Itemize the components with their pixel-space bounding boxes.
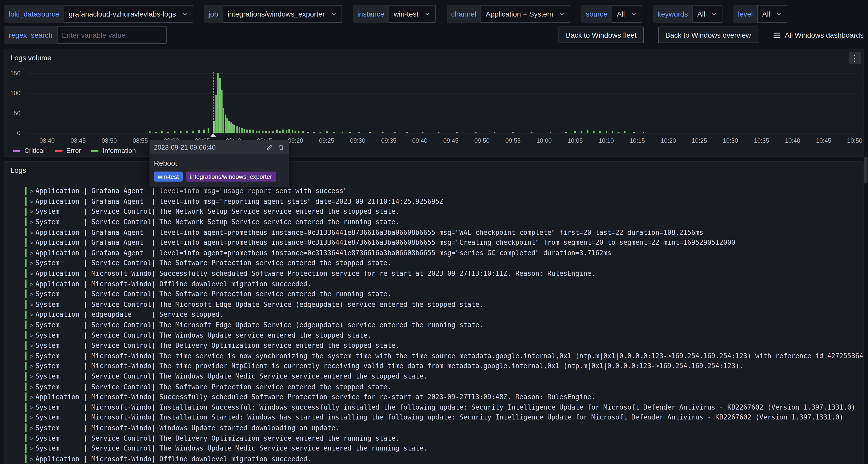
log-volume-bar <box>494 132 495 133</box>
grid-line <box>27 133 858 133</box>
expand-caret-icon[interactable]: > <box>28 363 35 369</box>
expand-caret-icon[interactable]: > <box>28 280 35 287</box>
variable-channel: channelApplication + System <box>447 5 570 23</box>
delete-trash-icon[interactable] <box>278 144 284 151</box>
log-row[interactable]: >System | Microsoft-Windo| Windows Updat… <box>5 423 863 433</box>
variable-dropdown-job[interactable]: integrations/windows_exporter <box>223 5 342 23</box>
variable-dropdown-channel[interactable]: Application + System <box>481 5 570 23</box>
expand-caret-icon[interactable]: > <box>28 291 35 298</box>
variable-dropdown-keywords[interactable]: All <box>692 5 722 23</box>
log-rows: >Application | Grafana Agent | level=inf… <box>5 186 863 464</box>
expand-caret-icon[interactable]: > <box>28 229 35 236</box>
log-volume-bar <box>273 131 274 133</box>
variable-value: All <box>617 10 625 18</box>
log-row[interactable]: >System | Service Control| The Windows U… <box>5 371 863 381</box>
log-row[interactable]: >Application | Microsoft-Windo| Successf… <box>5 392 863 402</box>
log-level-bar <box>25 320 27 329</box>
log-volume-bar <box>208 128 210 133</box>
page-scrollbar-thumb[interactable] <box>864 157 867 183</box>
log-row[interactable]: >System | Service Control| The Windows U… <box>5 330 863 340</box>
log-volume-bar <box>149 131 151 133</box>
expand-caret-icon[interactable]: > <box>28 260 35 267</box>
log-row[interactable]: >Application | Grafana Agent | level=inf… <box>5 196 863 207</box>
log-message: System | Service Control| The Delivery O… <box>35 342 399 349</box>
expand-caret-icon[interactable]: > <box>28 219 35 225</box>
log-volume-bar <box>262 131 264 133</box>
expand-caret-icon[interactable]: > <box>28 342 35 349</box>
expand-caret-icon[interactable]: > <box>28 250 35 256</box>
variable-dropdown-level[interactable]: All <box>757 5 787 23</box>
log-row[interactable]: >System | Microsoft-Windo| Installation … <box>5 412 863 423</box>
edit-pencil-icon[interactable] <box>266 144 273 151</box>
expand-caret-icon[interactable]: > <box>28 208 35 215</box>
log-row[interactable]: >System | Microsoft-Windo| Installation … <box>5 402 863 412</box>
log-row[interactable]: >System | Microsoft-Windo| The time serv… <box>5 351 863 361</box>
button-back-to-windows-fleet[interactable]: Back to Windows fleet <box>559 27 644 43</box>
variable-dropdown-instance[interactable]: win-test <box>389 5 436 23</box>
log-message: Application | Grafana Agent | level=info… <box>35 198 443 205</box>
expand-caret-icon[interactable]: > <box>28 332 35 339</box>
annotation-tag[interactable]: win-test <box>154 172 183 182</box>
expand-caret-icon[interactable]: > <box>28 445 35 452</box>
x-axis-label: 09:25 <box>319 137 334 144</box>
regex-search-input[interactable] <box>57 26 167 44</box>
expand-caret-icon[interactable]: > <box>28 394 35 400</box>
annotation-tag[interactable]: integrations/windows_exporter <box>186 172 276 182</box>
expand-caret-icon[interactable]: > <box>28 373 35 380</box>
log-volume-bar <box>291 130 293 133</box>
button-back-to-windows-overview[interactable]: Back to Windows overview <box>658 27 758 43</box>
log-row[interactable]: >System | Service Control| The Software … <box>5 381 863 392</box>
log-row[interactable]: >Application | Microsoft-Windo| Offline … <box>5 279 863 289</box>
log-row[interactable]: >System | Microsoft-Windo| The time prov… <box>5 361 863 371</box>
legend-item-error[interactable]: Error <box>55 147 81 154</box>
log-volume-bar <box>198 130 200 133</box>
log-row[interactable]: >Application | Microsoft-Windo| Offline … <box>5 454 863 464</box>
y-axis-label: 50 <box>5 110 21 116</box>
legend-item-information[interactable]: Information <box>91 147 136 154</box>
log-row[interactable]: >System | Service Control| The Software … <box>5 258 863 268</box>
expand-caret-icon[interactable]: > <box>28 383 35 390</box>
log-row[interactable]: >Application | edgeupdate | Service stop… <box>5 310 863 320</box>
expand-caret-icon[interactable]: > <box>28 301 35 308</box>
expand-caret-icon[interactable]: > <box>28 455 35 462</box>
all-windows-dashboards-link[interactable]: All Windows dashboards <box>773 31 864 39</box>
expand-caret-icon[interactable]: > <box>28 425 35 431</box>
x-axis-label: 10:00 <box>536 137 552 144</box>
variable-dropdown-source[interactable]: All <box>612 5 642 23</box>
expand-caret-icon[interactable]: > <box>28 321 35 328</box>
log-level-bar <box>25 187 27 195</box>
expand-caret-icon[interactable]: > <box>28 414 35 421</box>
logs-volume-panel: Logs volume ⋮ 05010015008:4008:4508:5008… <box>4 49 863 156</box>
log-row[interactable]: >System | Service Control| The Network S… <box>5 217 863 227</box>
log-row[interactable]: >System | Service Control| The Windows U… <box>5 443 863 454</box>
log-row[interactable]: >Application | Grafana Agent | level=inf… <box>5 237 863 248</box>
expand-caret-icon[interactable]: > <box>28 198 35 205</box>
expand-caret-icon[interactable]: > <box>28 435 35 441</box>
log-volume-bar <box>246 129 248 133</box>
variable-regex-search: regex_search <box>4 26 166 44</box>
y-axis-label: 100 <box>5 90 21 96</box>
variable-dropdown-loki_datasource[interactable]: grafanacloud-vzhuravlevlabs-logs <box>64 5 193 23</box>
legend-item-critical[interactable]: Critical <box>13 147 44 154</box>
log-volume-bar <box>213 121 215 133</box>
dashboard-list-icon <box>773 31 781 39</box>
expand-caret-icon[interactable]: > <box>28 352 35 359</box>
expand-caret-icon[interactable]: > <box>28 239 35 246</box>
log-row[interactable]: >Application | Grafana Agent | level=inf… <box>5 248 863 258</box>
expand-caret-icon[interactable]: > <box>28 270 35 277</box>
expand-caret-icon[interactable]: > <box>28 311 35 318</box>
log-row[interactable]: >System | Service Control| The Microsoft… <box>5 320 863 330</box>
log-row[interactable]: >System | Service Control| The Network S… <box>5 207 863 217</box>
log-row[interactable]: >System | Service Control| The Delivery … <box>5 340 863 350</box>
grid-line <box>27 73 858 73</box>
log-row[interactable]: >System | Service Control| The Delivery … <box>5 433 863 443</box>
log-row[interactable]: >Application | Grafana Agent | level=inf… <box>5 227 863 237</box>
x-axis-label: 09:30 <box>350 137 365 144</box>
expand-caret-icon[interactable]: > <box>28 188 35 194</box>
log-row[interactable]: >Application | Grafana Agent | level=inf… <box>5 186 863 196</box>
log-row[interactable]: >System | Service Control| The Microsoft… <box>5 299 863 309</box>
log-row[interactable]: >Application | Microsoft-Windo| Successf… <box>5 268 863 279</box>
log-row[interactable]: >System | Service Control| The Software … <box>5 289 863 299</box>
expand-caret-icon[interactable]: > <box>28 404 35 410</box>
annotation-marker[interactable] <box>210 133 216 136</box>
